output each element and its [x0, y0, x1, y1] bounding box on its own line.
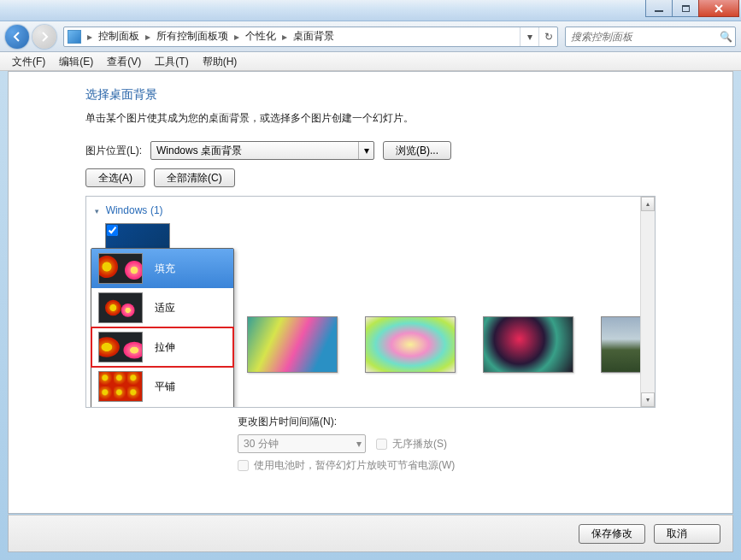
title-bar [0, 0, 741, 21]
lower-controls: 更改图片时间间隔(N): 30 分钟 ▾ 无序播放(S) 使用电池时，暂停幻灯片… [85, 415, 656, 473]
fit-option-center[interactable]: 居中 [91, 406, 233, 407]
shuffle-input[interactable] [376, 439, 387, 450]
interval-value: 30 分钟 [244, 437, 279, 451]
scrollbar[interactable]: ▴ ▾ [640, 197, 655, 407]
menu-edit[interactable]: 编辑(E) [52, 52, 100, 70]
group-name: Windows [106, 204, 148, 216]
wallpaper-checkbox[interactable] [107, 225, 118, 236]
location-bar[interactable]: ▸ 控制面板 ▸ 所有控制面板项 ▸ 个性化 ▸ 桌面背景 ▾ ↻ [63, 27, 558, 47]
interval-combo[interactable]: 30 分钟 ▾ [238, 434, 366, 453]
window-buttons [646, 0, 739, 17]
scroll-track[interactable] [641, 211, 655, 392]
chevron-right-icon[interactable]: ▸ [143, 31, 153, 43]
menu-tools[interactable]: 工具(T) [148, 52, 195, 70]
back-button[interactable] [5, 25, 29, 49]
page-heading: 选择桌面背景 [85, 87, 656, 103]
menu-bar: 文件(F) 编辑(E) 查看(V) 工具(T) 帮助(H) [0, 52, 741, 71]
select-all-button[interactable]: 全选(A) [85, 168, 145, 187]
scroll-down-button[interactable]: ▾ [641, 392, 655, 407]
clear-all-button[interactable]: 全部清除(C) [154, 168, 235, 187]
fit-option-label: 填充 [155, 262, 175, 276]
menu-view[interactable]: 查看(V) [100, 52, 148, 70]
collapse-triangle-icon: ▾ [95, 207, 99, 215]
wallpaper-thumbnails-row [247, 316, 640, 373]
page-subheading: 单击某个图片使其成为您的桌面背景，或选择多个图片创建一个幻灯片。 [85, 111, 656, 126]
crumb-desktop-bg[interactable]: 桌面背景 [290, 29, 338, 44]
crumb-personalization[interactable]: 个性化 [242, 29, 279, 44]
chevron-right-icon[interactable]: ▸ [279, 31, 290, 43]
group-header-windows[interactable]: ▾ Windows (1) [95, 203, 632, 216]
interval-label: 更改图片时间间隔(N): [238, 415, 656, 429]
search-input[interactable] [566, 31, 716, 43]
fit-option-label: 适应 [155, 301, 175, 315]
fit-option-contain[interactable]: 适应 [91, 288, 233, 327]
content-area: 选择桌面背景 单击某个图片使其成为您的桌面背景，或选择多个图片创建一个幻灯片。 … [8, 71, 733, 514]
battery-checkbox[interactable]: 使用电池时，暂停幻灯片放映可节省电源(W) [238, 458, 656, 473]
crumb-all-items[interactable]: 所有控制面板项 [153, 29, 232, 44]
chevron-down-icon: ▾ [356, 438, 362, 450]
wallpaper-thumbnail[interactable] [365, 316, 456, 373]
maximize-button[interactable] [672, 0, 699, 17]
location-dropdown-button[interactable]: ▾ [520, 27, 538, 46]
fit-option-label: 拉伸 [155, 340, 175, 355]
battery-input[interactable] [238, 460, 249, 471]
menu-help[interactable]: 帮助(H) [196, 52, 244, 70]
fit-option-label: 平铺 [155, 380, 175, 394]
wallpaper-list: ▾ Windows (1) 填充 适应 拉伸 [85, 196, 656, 408]
crumb-control-panel[interactable]: 控制面板 [95, 29, 143, 44]
battery-label: 使用电池时，暂停幻灯片放映可节省电源(W) [254, 458, 455, 473]
wallpaper-thumbnail[interactable] [483, 316, 573, 373]
close-button[interactable] [698, 0, 739, 17]
minimize-button[interactable] [645, 0, 673, 17]
chevron-right-icon[interactable]: ▸ [85, 31, 95, 43]
fit-option-fill[interactable]: 填充 [91, 249, 233, 288]
search-box[interactable]: 🔍 [565, 27, 736, 47]
search-icon[interactable]: 🔍 [716, 31, 735, 43]
scroll-up-button[interactable]: ▴ [641, 197, 655, 211]
fit-option-tile[interactable]: 平铺 [91, 367, 233, 406]
location-icon [68, 30, 81, 44]
save-button[interactable]: 保存修改 [579, 524, 645, 544]
pic-location-label: 图片位置(L): [85, 144, 142, 158]
shuffle-checkbox[interactable]: 无序播放(S) [376, 437, 447, 451]
shuffle-label: 无序播放(S) [392, 437, 447, 451]
forward-button[interactable] [32, 25, 56, 49]
pic-location-value: Windows 桌面背景 [156, 144, 242, 158]
chevron-right-icon[interactable]: ▸ [232, 31, 242, 43]
footer-bar: 保存修改 取消 [8, 515, 733, 552]
nav-bar: ▸ 控制面板 ▸ 所有控制面板项 ▸ 个性化 ▸ 桌面背景 ▾ ↻ 🔍 [0, 21, 741, 52]
cancel-button[interactable]: 取消 [654, 524, 720, 544]
group-count: (1) [150, 204, 163, 216]
fit-option-stretch[interactable]: 拉伸 [91, 327, 233, 367]
browse-button[interactable]: 浏览(B)... [383, 141, 451, 160]
wallpaper-thumbnail[interactable] [247, 316, 338, 373]
fit-options-menu: 填充 适应 拉伸 平铺 居中 [91, 248, 234, 407]
refresh-button[interactable]: ↻ [538, 27, 557, 46]
pic-location-combo[interactable]: Windows 桌面背景 ▾ [150, 141, 374, 160]
menu-file[interactable]: 文件(F) [5, 52, 52, 70]
chevron-down-icon: ▾ [358, 142, 373, 159]
wallpaper-thumbnail[interactable] [601, 316, 640, 373]
